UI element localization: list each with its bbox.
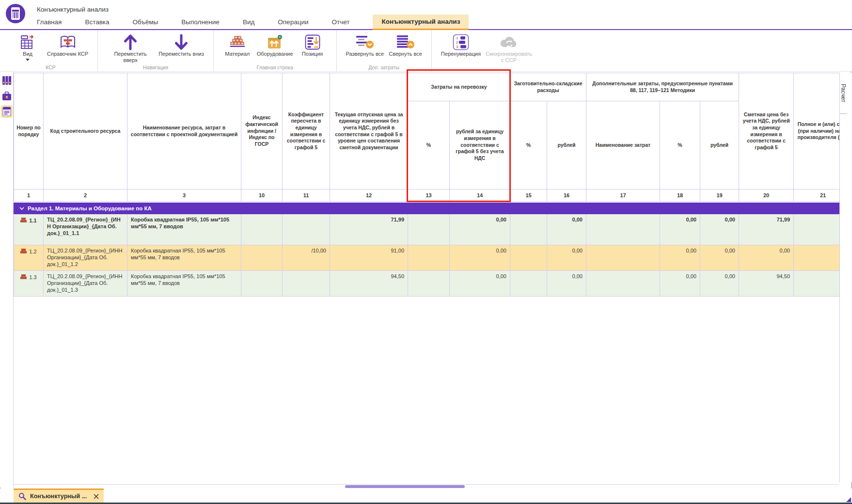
book-icon <box>59 33 77 51</box>
toolbar-group-main-row: Материал Оборудование <box>214 30 337 71</box>
cell-c14[interactable]: 0,00 <box>450 214 510 245</box>
col-header-estimate-price: Сметная цена без учета НДС, рублей за ед… <box>739 73 794 189</box>
cell-c12[interactable]: 71,99 <box>330 214 408 245</box>
right-panel-strip: Расчет <box>839 73 852 482</box>
cell-c18[interactable]: 0,00 <box>660 245 700 271</box>
cell-c17[interactable] <box>586 214 660 245</box>
table-view-icon <box>20 33 35 51</box>
cell-c11[interactable]: /10,00 <box>283 245 330 271</box>
expand-all-button[interactable]: Развернуть все <box>346 33 384 57</box>
col-num-18: 18 <box>660 189 700 202</box>
equipment-button[interactable]: Оборудование <box>257 33 293 57</box>
horizontal-scrollbar-thumb[interactable] <box>345 485 465 488</box>
cell-c20[interactable]: 94,50 <box>739 271 794 297</box>
cell-c15[interactable] <box>510 245 547 271</box>
sidebar-briefcase-button[interactable] <box>1 90 13 102</box>
menu-item-vstavka[interactable]: Вставка <box>85 18 109 30</box>
cell-c18[interactable]: 0,00 <box>660 214 700 245</box>
col-header-number: Номер по порядку <box>14 73 44 189</box>
cell-c16[interactable]: 0,00 <box>547 245 586 271</box>
arrow-down-icon <box>174 33 189 51</box>
cell-c11[interactable] <box>283 214 330 245</box>
table-row: 1.2 ТЦ_20.2.08.09_{Регион}_{ИНН Организа… <box>14 245 852 271</box>
cell-c18[interactable]: 0,00 <box>660 271 700 297</box>
cell-name[interactable]: Коробка квадратная IP55, 105 мм*105 мм*5… <box>127 214 241 245</box>
cell-c19[interactable]: 0,00 <box>700 271 739 297</box>
ribbon-toolbar: Вид Справочник КСР КСР <box>0 30 852 72</box>
menu-item-obyomy[interactable]: Объёмы <box>133 18 158 30</box>
col-num-11: 11 <box>283 189 330 202</box>
cell-c14[interactable]: 0,00 <box>450 271 510 297</box>
menu-item-glavnaya[interactable]: Главная <box>37 18 62 30</box>
group-label-ksr: КСР <box>4 64 97 70</box>
resize-grip[interactable] <box>846 497 851 502</box>
material-warning-icon <box>20 274 27 280</box>
app-window: Конъюнктурный анализ Главная Вставка Объ… <box>0 0 852 504</box>
cell-c12[interactable]: 91,00 <box>330 245 408 271</box>
menu-item-vypolnenie[interactable]: Выполнение <box>181 18 220 30</box>
move-up-button[interactable]: Переместить вверх <box>107 33 154 63</box>
menu-item-vid[interactable]: Вид <box>243 18 254 30</box>
close-icon[interactable] <box>94 494 99 499</box>
tab-raschet[interactable]: Расчет <box>840 73 847 114</box>
view-button[interactable]: Вид <box>13 33 42 61</box>
main-menu: Главная Вставка Объёмы Выполнение Вид Оп… <box>37 16 469 30</box>
col-num-3: 3 <box>127 189 241 202</box>
ksr-reference-label: Справочник КСР <box>47 51 88 57</box>
menu-tab-konyunkturny-analiz-active[interactable]: Конъюнктурный анализ <box>373 15 469 30</box>
cell-c13[interactable] <box>408 271 450 297</box>
bricks-icon <box>228 33 247 51</box>
col-header-warehouse-rub: рублей <box>547 101 586 189</box>
cell-c15[interactable] <box>510 271 547 297</box>
cell-number[interactable]: 1.2 <box>14 245 44 271</box>
row-number: 1.1 <box>29 218 36 224</box>
cell-c19[interactable]: 0,00 <box>700 245 739 271</box>
cell-c16[interactable]: 0,00 <box>547 271 586 297</box>
cell-c17[interactable] <box>586 245 660 271</box>
sync-ssr-button: Синхронизировать с ССР <box>486 33 532 63</box>
cell-c19[interactable]: 0,00 <box>700 214 739 245</box>
cell-c10[interactable] <box>241 214 283 245</box>
cell-code[interactable]: ТЦ_20.2.08.09_{Регион}_{ИНН Организации}… <box>44 245 127 271</box>
renumber-icon: 1 2 3 <box>453 33 469 51</box>
cell-c10[interactable] <box>241 245 283 271</box>
cell-number[interactable]: 1.3 <box>14 271 44 297</box>
col-num-15: 15 <box>510 189 547 202</box>
cell-c11[interactable] <box>283 271 330 297</box>
cell-c20[interactable]: 0,00 <box>739 245 794 271</box>
document-tab-konyunkturny[interactable]: Конъюнктурный ... <box>14 488 104 503</box>
ksr-reference-button[interactable]: Справочник КСР <box>47 33 88 57</box>
cell-code[interactable]: ТЦ_20.2.08.09_{Регион}_{ИНН Организации}… <box>44 214 127 245</box>
cell-c13[interactable] <box>408 214 450 245</box>
cell-c16[interactable]: 0,00 <box>547 214 586 245</box>
cell-c12[interactable]: 94,50 <box>330 271 408 297</box>
cell-c17[interactable] <box>586 271 660 297</box>
col-header-cost-name: Наименование затрат <box>586 101 660 189</box>
col-num-12: 12 <box>330 189 408 202</box>
cell-c20[interactable]: 71,99 <box>739 214 794 245</box>
group-header-transport-costs: Затраты на перевозку <box>408 73 510 101</box>
section-chevron-down-icon <box>19 207 24 210</box>
cell-number[interactable]: 1.1 <box>14 214 44 245</box>
cell-name[interactable]: Коробка квадратная IP55, 105 мм*105 мм*5… <box>127 245 241 271</box>
sidebar-binders-button[interactable] <box>1 74 13 87</box>
col-num-10: 10 <box>241 189 283 202</box>
cell-c15[interactable] <box>510 214 547 245</box>
move-down-button[interactable]: Переместить вниз <box>158 33 204 57</box>
col-header-conversion: Коэффициент пересчета в единицу измерени… <box>283 73 330 189</box>
menu-item-otchet[interactable]: Отчет <box>331 18 349 30</box>
menu-item-operacii[interactable]: Операции <box>278 18 308 30</box>
cell-c10[interactable] <box>241 271 283 297</box>
material-warning-icon <box>20 249 27 254</box>
svg-text:3: 3 <box>456 45 458 49</box>
material-button[interactable]: Материал <box>223 33 252 57</box>
section-row[interactable]: Раздел 1. Материалы и Оборудование по КА <box>14 203 852 214</box>
position-button[interactable]: Позиция <box>298 33 327 57</box>
cell-c13[interactable] <box>408 245 450 271</box>
cell-c14[interactable]: 0,00 <box>450 245 510 271</box>
sidebar-sheet-button[interactable] <box>1 105 13 118</box>
renumber-button[interactable]: 1 2 3 Перенумерация <box>441 33 481 57</box>
cell-code[interactable]: ТЦ_20.2.08.09_{Регион}_{ИНН Организации}… <box>44 271 127 297</box>
collapse-all-button[interactable]: Свернуть все <box>389 33 422 57</box>
cell-name[interactable]: Коробка квадратная IP55, 105 мм*105 мм*5… <box>127 271 241 297</box>
